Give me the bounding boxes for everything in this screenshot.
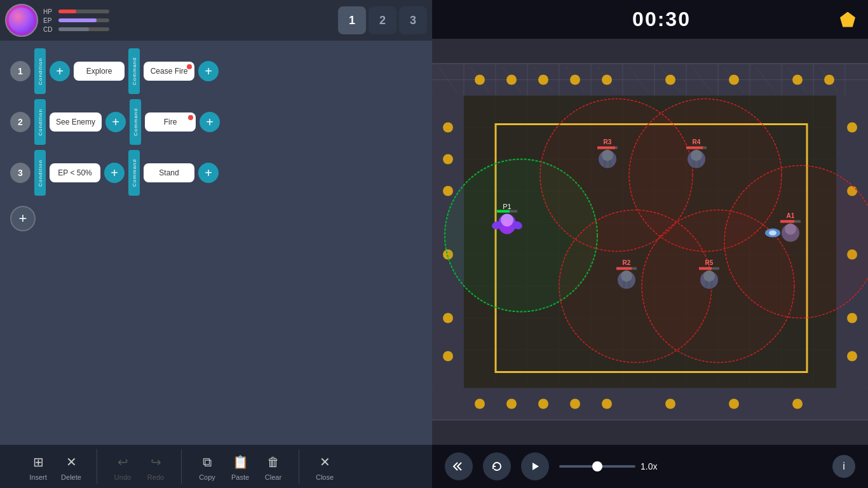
svg-text:R3: R3 xyxy=(604,139,612,146)
svg-point-34 xyxy=(506,75,517,85)
svg-point-40 xyxy=(792,75,803,85)
svg-rect-129 xyxy=(705,281,708,288)
refresh-button[interactable] xyxy=(483,452,511,480)
redo-label: Redo xyxy=(147,473,164,481)
play-button[interactable] xyxy=(521,452,549,480)
svg-point-116 xyxy=(769,231,776,236)
svg-rect-3 xyxy=(432,388,868,420)
svg-point-35 xyxy=(538,75,548,85)
svg-point-56 xyxy=(847,123,857,133)
command-dot-2 xyxy=(188,115,193,120)
condition-label-2: Condition xyxy=(37,109,43,136)
paste-button[interactable]: 📋 Paste xyxy=(225,449,255,484)
command-card-2[interactable]: Fire xyxy=(145,112,196,132)
condition-label-3: Condition xyxy=(37,159,43,187)
add-after-btn-2[interactable]: + xyxy=(200,112,220,132)
svg-point-48 xyxy=(729,399,739,409)
speed-slider-container: 1.0x xyxy=(559,461,657,471)
game-canvas: P1 R3 xyxy=(432,39,868,445)
svg-point-54 xyxy=(443,313,453,323)
svg-rect-130 xyxy=(710,281,713,288)
command-card-3[interactable]: Stand xyxy=(144,163,194,182)
close-icon: ✕ xyxy=(315,452,335,472)
insert-label: Insert xyxy=(29,473,47,481)
ep-fill xyxy=(58,18,97,22)
cd-label: CD xyxy=(43,26,56,33)
avatar-inner xyxy=(9,8,34,33)
add-after-btn-3[interactable]: + xyxy=(198,163,219,183)
condition-card-1[interactable]: Explore xyxy=(74,62,125,81)
svg-point-100 xyxy=(602,150,613,161)
condition-text-3: EP < 50% xyxy=(58,168,92,177)
command-dot-1 xyxy=(187,64,192,69)
tab-1[interactable]: 1 xyxy=(338,6,366,34)
tab-3[interactable]: 3 xyxy=(399,6,427,34)
paste-icon: 📋 xyxy=(230,452,250,472)
delete-button[interactable]: ✕ Delete xyxy=(56,449,86,484)
return-button[interactable] xyxy=(445,452,473,480)
delete-icon: ✕ xyxy=(61,452,81,472)
rule-number-1: 1 xyxy=(10,61,31,81)
svg-marker-131 xyxy=(532,463,539,470)
add-condition-btn-1[interactable]: + xyxy=(50,61,70,81)
svg-point-95 xyxy=(503,219,511,227)
svg-point-51 xyxy=(443,154,453,165)
svg-text:R2: R2 xyxy=(623,259,631,266)
speed-knob xyxy=(592,461,602,471)
undo-button[interactable]: ↩ Undo xyxy=(107,449,138,484)
tab-2[interactable]: 2 xyxy=(369,6,397,34)
ep-label: EP xyxy=(43,17,56,24)
insert-button[interactable]: ⊞ Insert xyxy=(23,449,53,484)
svg-point-47 xyxy=(665,399,675,409)
delete-label: Delete xyxy=(61,473,81,481)
condition-card-3[interactable]: EP < 50% xyxy=(50,163,100,182)
svg-text:P1: P1 xyxy=(503,203,511,210)
close-button[interactable]: ✕ Close xyxy=(309,449,340,484)
timer: 00:30 xyxy=(632,8,691,31)
copy-label: Copy xyxy=(199,473,215,481)
svg-text:A1: A1 xyxy=(787,212,795,219)
main-container: HP EP CD xyxy=(0,0,868,488)
add-rule-btn[interactable]: + xyxy=(10,206,36,231)
toolbar-group-insert-delete: ⊞ Insert ✕ Delete xyxy=(13,449,97,484)
rule-number-2: 2 xyxy=(10,112,31,132)
add-condition-btn-3[interactable]: + xyxy=(104,163,125,183)
command-card-1[interactable]: Cease Fire xyxy=(144,62,194,81)
rules-area: 1 Condition + Explore Command Cease Fire… xyxy=(0,41,432,445)
tabs-container: 1 2 3 xyxy=(338,6,427,34)
stats-bar: HP EP CD xyxy=(43,8,109,33)
condition-text-2: See Enemy xyxy=(56,118,95,126)
command-label-2: Command xyxy=(133,108,139,136)
svg-point-36 xyxy=(570,75,580,85)
condition-card-2[interactable]: See Enemy xyxy=(50,112,102,132)
command-label-1: Command xyxy=(132,57,137,85)
clear-label: Clear xyxy=(265,473,281,481)
speed-slider[interactable] xyxy=(559,465,635,468)
redo-button[interactable]: ↪ Redo xyxy=(140,449,171,484)
rule-row-1: 1 Condition + Explore Command Cease Fire… xyxy=(10,48,422,94)
copy-button[interactable]: ⧉ Copy xyxy=(192,449,222,484)
info-button[interactable]: i xyxy=(832,455,855,478)
add-after-btn-1[interactable]: + xyxy=(198,61,219,81)
paste-label: Paste xyxy=(231,473,249,481)
svg-point-41 xyxy=(824,75,834,85)
clear-button[interactable]: 🗑 Clear xyxy=(258,449,288,484)
command-text-2: Fire xyxy=(164,118,177,126)
add-condition-btn-2[interactable]: + xyxy=(105,112,126,132)
toolbar-group-close: ✕ Close xyxy=(299,449,350,484)
svg-rect-98 xyxy=(597,147,615,149)
hp-track xyxy=(58,10,109,13)
svg-rect-112 xyxy=(780,220,794,223)
svg-point-87 xyxy=(724,166,868,318)
rule-row-3: 3 Condition EP < 50% + Command Stand + xyxy=(10,150,422,196)
undo-label: Undo xyxy=(114,473,131,481)
character-avatar xyxy=(5,4,38,37)
hp-label: HP xyxy=(43,8,56,15)
svg-point-128 xyxy=(703,271,715,282)
cd-fill xyxy=(58,27,89,31)
undo-icon: ↩ xyxy=(112,452,133,472)
svg-point-60 xyxy=(847,351,857,362)
condition-bar-2: Condition xyxy=(34,99,46,145)
svg-point-45 xyxy=(570,399,580,409)
svg-point-39 xyxy=(729,75,739,85)
